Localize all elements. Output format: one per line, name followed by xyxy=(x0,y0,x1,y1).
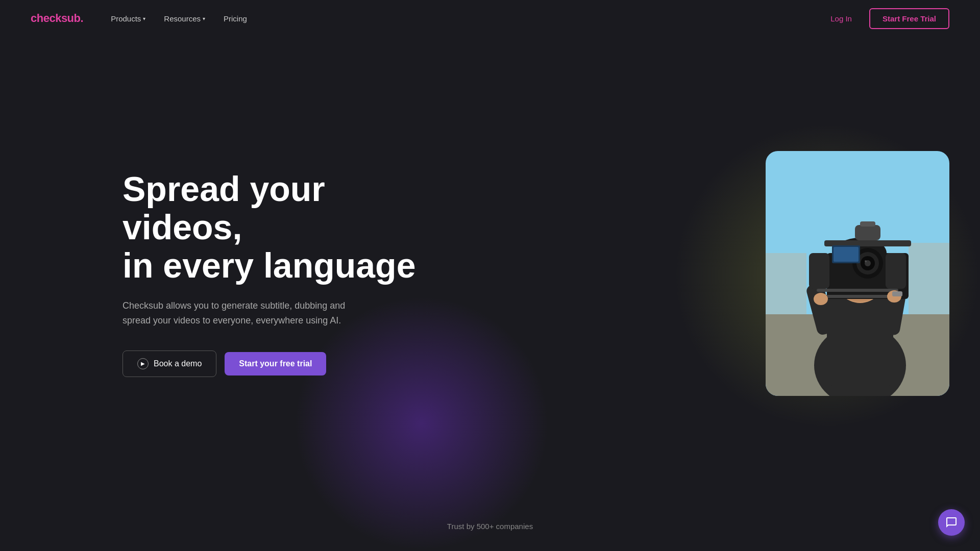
chat-icon xyxy=(945,516,958,529)
logo-text: checksub xyxy=(31,12,81,24)
chat-widget-button[interactable] xyxy=(938,509,965,536)
logo[interactable]: checksub. xyxy=(31,12,83,25)
svg-rect-25 xyxy=(860,221,875,227)
svg-rect-3 xyxy=(909,243,949,314)
svg-rect-2 xyxy=(766,253,806,314)
svg-rect-24 xyxy=(855,225,880,240)
resources-chevron-icon: ▾ xyxy=(203,16,205,21)
products-chevron-icon: ▾ xyxy=(143,16,145,21)
book-demo-button[interactable]: ▶ Book a demo xyxy=(122,350,216,377)
hero-image-container xyxy=(766,151,949,396)
svg-point-32 xyxy=(814,293,828,305)
svg-rect-34 xyxy=(892,291,902,296)
trust-label: Trust by 500+ companies xyxy=(447,522,533,531)
nav-resources[interactable]: Resources ▾ xyxy=(157,10,212,27)
play-icon: ▶ xyxy=(137,358,149,369)
svg-rect-27 xyxy=(886,253,906,289)
logo-dot: . xyxy=(81,12,84,24)
svg-rect-29 xyxy=(834,247,859,262)
svg-rect-26 xyxy=(809,253,829,289)
nav-pricing[interactable]: Pricing xyxy=(216,10,254,27)
svg-point-22 xyxy=(865,260,867,262)
cta-buttons: ▶ Book a demo Start your free trial xyxy=(122,350,449,377)
nav-products[interactable]: Products ▾ xyxy=(104,10,153,27)
navbar: checksub. Products ▾ Resources ▾ Pricing… xyxy=(0,0,980,37)
start-free-trial-nav-button[interactable]: Start Free Trial xyxy=(869,8,949,29)
hero-text: Spread your videos, in every language Ch… xyxy=(122,170,449,377)
nav-links: Products ▾ Resources ▾ Pricing xyxy=(104,10,254,27)
svg-rect-30 xyxy=(817,289,898,292)
nav-left: checksub. Products ▾ Resources ▾ Pricing xyxy=(31,10,254,27)
hero-title: Spread your videos, in every language xyxy=(122,170,449,284)
svg-rect-5 xyxy=(827,294,893,386)
svg-rect-31 xyxy=(817,295,898,298)
start-free-trial-button[interactable]: Start your free trial xyxy=(225,352,326,375)
hero-section: Spread your videos, in every language Ch… xyxy=(0,37,980,510)
login-button[interactable]: Log In xyxy=(823,10,859,27)
hero-subtitle: Checksub allows you to generate subtitle… xyxy=(122,298,368,328)
hero-image xyxy=(766,151,949,396)
trust-bar: Trust by 500+ companies xyxy=(447,522,533,531)
nav-right: Log In Start Free Trial xyxy=(823,8,949,29)
